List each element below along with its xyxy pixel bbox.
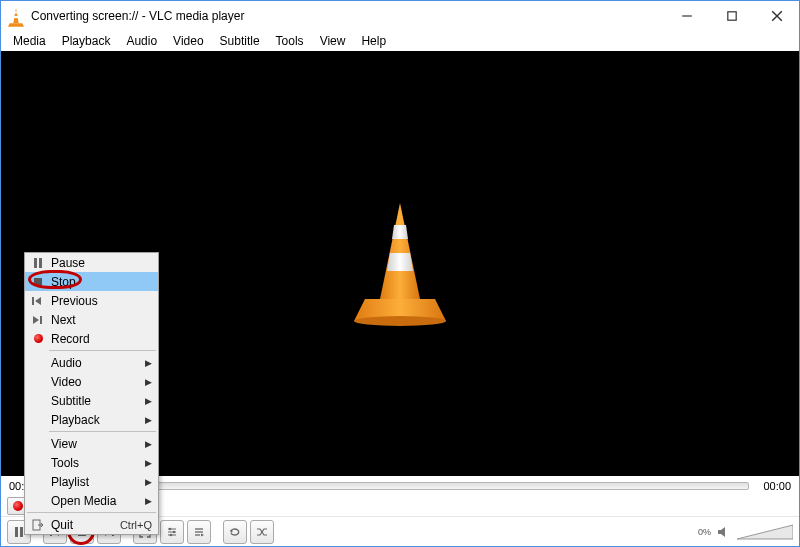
svg-rect-33 xyxy=(39,258,42,268)
cm-audio[interactable]: Audio▶ xyxy=(25,353,158,372)
svg-point-24 xyxy=(170,533,172,535)
quit-icon xyxy=(29,518,47,532)
cm-previous[interactable]: Previous xyxy=(25,291,158,310)
svg-point-23 xyxy=(173,530,175,532)
svg-marker-36 xyxy=(35,297,41,305)
svg-rect-32 xyxy=(34,258,37,268)
menu-help[interactable]: Help xyxy=(353,32,394,50)
volume-control: 0% xyxy=(698,523,793,541)
cm-quit-accel: Ctrl+Q xyxy=(120,519,152,531)
volume-percent: 0% xyxy=(698,527,711,537)
svg-point-6 xyxy=(354,316,446,326)
svg-marker-37 xyxy=(33,316,39,324)
separator-icon xyxy=(49,350,156,351)
separator-icon xyxy=(49,431,156,432)
cm-open-media[interactable]: Open Media▶ xyxy=(25,491,158,510)
vlc-window: Converting screen:// - VLC media player … xyxy=(0,0,800,547)
vlc-cone-icon xyxy=(7,7,25,25)
playlist-button[interactable] xyxy=(187,520,211,544)
loop-button[interactable] xyxy=(223,520,247,544)
svg-rect-0 xyxy=(14,12,17,14)
cm-playlist[interactable]: Playlist▶ xyxy=(25,472,158,491)
cm-record[interactable]: Record xyxy=(25,329,158,348)
svg-rect-38 xyxy=(40,316,42,324)
extended-settings-button[interactable] xyxy=(160,520,184,544)
svg-rect-1 xyxy=(14,16,19,18)
pause-icon xyxy=(29,256,47,270)
cm-tools[interactable]: Tools▶ xyxy=(25,453,158,472)
chevron-right-icon: ▶ xyxy=(145,458,152,468)
cm-pause[interactable]: Pause xyxy=(25,253,158,272)
shuffle-button[interactable] xyxy=(250,520,274,544)
svg-rect-34 xyxy=(34,278,42,286)
volume-slider[interactable] xyxy=(737,523,793,541)
chevron-right-icon: ▶ xyxy=(145,439,152,449)
titlebar: Converting screen:// - VLC media player xyxy=(1,1,799,31)
svg-marker-28 xyxy=(201,533,204,536)
chevron-right-icon: ▶ xyxy=(145,396,152,406)
svg-rect-13 xyxy=(20,527,23,537)
previous-icon xyxy=(29,294,47,308)
window-title: Converting screen:// - VLC media player xyxy=(31,9,244,23)
svg-marker-31 xyxy=(737,525,793,539)
maximize-button[interactable] xyxy=(709,1,754,31)
cm-playback[interactable]: Playback▶ xyxy=(25,410,158,429)
menu-audio[interactable]: Audio xyxy=(118,32,165,50)
chevron-right-icon: ▶ xyxy=(145,358,152,368)
menu-media[interactable]: Media xyxy=(5,32,54,50)
menu-subtitle[interactable]: Subtitle xyxy=(212,32,268,50)
next-icon xyxy=(29,313,47,327)
chevron-right-icon: ▶ xyxy=(145,496,152,506)
minimize-button[interactable] xyxy=(664,1,709,31)
svg-rect-12 xyxy=(15,527,18,537)
cm-subtitle[interactable]: Subtitle▶ xyxy=(25,391,158,410)
menubar: Media Playback Audio Video Subtitle Tool… xyxy=(1,31,799,51)
cm-quit[interactable]: Quit Ctrl+Q xyxy=(25,515,158,534)
separator-icon xyxy=(27,512,156,513)
vlc-cone-logo xyxy=(350,199,450,329)
cm-stop[interactable]: Stop xyxy=(25,272,158,291)
menu-view[interactable]: View xyxy=(312,32,354,50)
chevron-right-icon: ▶ xyxy=(145,415,152,425)
chevron-right-icon: ▶ xyxy=(145,377,152,387)
menu-playback[interactable]: Playback xyxy=(54,32,119,50)
cm-video[interactable]: Video▶ xyxy=(25,372,158,391)
close-button[interactable] xyxy=(754,1,799,31)
svg-rect-35 xyxy=(32,297,34,305)
record-icon xyxy=(13,501,23,511)
chevron-right-icon: ▶ xyxy=(145,477,152,487)
menu-video[interactable]: Video xyxy=(165,32,211,50)
cm-view[interactable]: View▶ xyxy=(25,434,158,453)
menu-tools[interactable]: Tools xyxy=(268,32,312,50)
stop-icon xyxy=(29,275,47,289)
record-icon xyxy=(29,332,47,346)
svg-point-22 xyxy=(169,527,171,529)
cm-next[interactable]: Next xyxy=(25,310,158,329)
time-total[interactable]: 00:00 xyxy=(755,480,791,492)
context-menu: Pause Stop Previous Next Record Audio▶ V… xyxy=(24,252,159,535)
speaker-icon[interactable] xyxy=(717,525,731,539)
svg-rect-3 xyxy=(727,12,735,20)
svg-marker-30 xyxy=(718,527,725,537)
